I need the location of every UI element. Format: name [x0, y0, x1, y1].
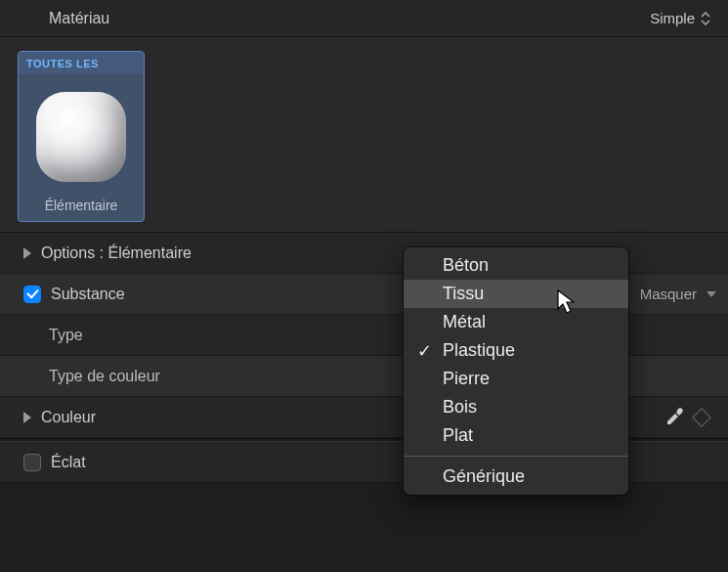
menu-item[interactable]: Pierre [404, 365, 628, 393]
disclosure-icon[interactable] [23, 247, 31, 259]
eclat-checkbox[interactable] [23, 454, 41, 471]
chevron-down-icon[interactable] [707, 291, 716, 297]
disclosure-icon[interactable] [23, 412, 31, 423]
menu-item[interactable]: Plastique [404, 336, 628, 365]
menu-item[interactable]: Métal [404, 308, 628, 336]
material-preview-blob [36, 92, 126, 182]
material-thumbnail[interactable]: TOUTES LES Élémentaire [18, 51, 145, 222]
menu-item[interactable]: Bois [404, 393, 628, 421]
menu-item[interactable]: Générique [404, 462, 628, 491]
material-thumb-strip: TOUTES LES Élémentaire [0, 37, 728, 233]
thumbnail-name: Élémentaire [45, 198, 118, 213]
menu-item[interactable]: Tissu [404, 280, 628, 308]
updown-icon [701, 12, 710, 25]
inspector-title: Matériau [49, 10, 109, 27]
thumbnail-preview [28, 84, 134, 190]
type-dropdown-menu[interactable]: BétonTissuMétalPlastiquePierreBoisPlatGé… [403, 246, 629, 496]
diamond-icon[interactable] [692, 408, 711, 427]
substance-action-label[interactable]: Masquer [640, 286, 697, 302]
mode-select[interactable]: Simple [650, 10, 710, 26]
menu-item[interactable]: Béton [404, 251, 628, 280]
thumbnail-tab-label: TOUTES LES [19, 52, 144, 74]
inspector-header: Matériau Simple [0, 0, 728, 37]
menu-separator [404, 456, 628, 457]
substance-checkbox[interactable] [23, 286, 41, 303]
eyedropper-icon[interactable] [664, 407, 685, 428]
mode-select-value: Simple [650, 10, 695, 26]
menu-item[interactable]: Plat [404, 421, 628, 450]
